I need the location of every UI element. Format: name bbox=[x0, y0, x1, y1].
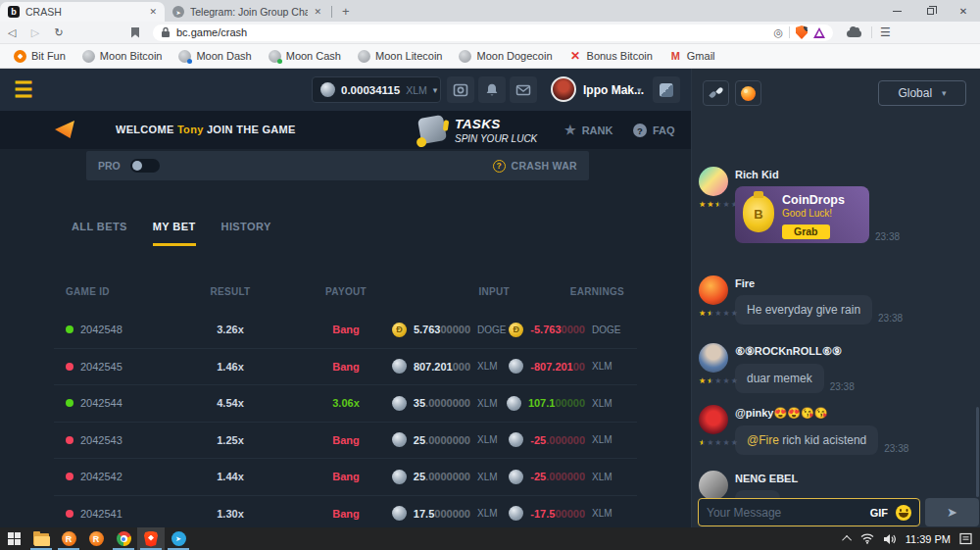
profile-cloud-icon[interactable] bbox=[847, 30, 861, 37]
chat-username[interactable]: Rich Kid bbox=[735, 165, 972, 180]
start-button[interactable] bbox=[0, 527, 27, 550]
grab-button[interactable]: Grab bbox=[782, 225, 830, 239]
address-bar[interactable]: bc.game/crash ◎ 1 bbox=[153, 25, 833, 41]
chat-channel-select[interactable]: Global▾ bbox=[878, 80, 966, 106]
game-id[interactable]: 2042544 bbox=[80, 397, 122, 409]
col-input: INPUT bbox=[402, 286, 510, 297]
game-id[interactable]: 2042545 bbox=[80, 361, 122, 373]
new-tab-button[interactable]: + bbox=[342, 4, 350, 19]
message-input[interactable] bbox=[707, 506, 862, 520]
avatar[interactable] bbox=[699, 167, 728, 196]
input-amount: 5.76300000 bbox=[414, 324, 470, 335]
url-text[interactable]: bc.game/crash bbox=[176, 26, 767, 38]
user-avatar[interactable] bbox=[551, 76, 576, 102]
username[interactable]: Ippo Mak... bbox=[583, 83, 644, 97]
taskbar-app-1[interactable]: R bbox=[55, 527, 82, 550]
messages-button[interactable] bbox=[510, 76, 537, 103]
restore-button[interactable] bbox=[913, 0, 947, 22]
chat-input-box[interactable]: GIF bbox=[698, 498, 920, 526]
forward-button[interactable]: ▷ bbox=[24, 26, 47, 39]
game-id[interactable]: 2042548 bbox=[80, 324, 122, 335]
back-button[interactable]: ◁ bbox=[0, 26, 24, 39]
coin-icon bbox=[392, 359, 407, 374]
chat-username[interactable]: Fire bbox=[735, 274, 972, 289]
game-id[interactable]: 2042541 bbox=[80, 508, 122, 520]
moon-litecoin-icon bbox=[358, 50, 370, 63]
avatar[interactable] bbox=[699, 471, 728, 500]
site-menu-icon[interactable]: ☰ bbox=[14, 79, 33, 101]
browser-titlebar: b CRASH ✕ ➤ Telegram: Join Group Chat ✕ … bbox=[0, 0, 980, 22]
tab-close-icon[interactable]: ✕ bbox=[149, 7, 157, 17]
bookmark-moon-bitcoin[interactable]: Moon Bitcoin bbox=[82, 50, 163, 63]
coindrops-card[interactable]: B CoinDrops Good Luck! Grab bbox=[735, 186, 869, 243]
action-center-icon[interactable] bbox=[959, 532, 972, 545]
star-icon: ★ bbox=[564, 124, 576, 136]
vault-button[interactable] bbox=[447, 76, 474, 103]
browser-tab-crash[interactable]: b CRASH ✕ bbox=[0, 2, 165, 22]
bookmark-gmail[interactable]: MGmail bbox=[669, 50, 715, 63]
input-currency: XLM bbox=[477, 361, 510, 372]
taskbar-app-2[interactable]: R bbox=[82, 527, 110, 550]
chevron-down-icon[interactable]: ▾ bbox=[637, 85, 642, 95]
reload-button[interactable]: ↻ bbox=[47, 26, 71, 39]
shield-extension-icon[interactable]: 1 bbox=[796, 25, 808, 39]
bookmark-icon[interactable] bbox=[131, 27, 139, 38]
bookmark-moon-cash[interactable]: Moon Cash bbox=[269, 50, 341, 63]
chat-username[interactable]: @pinky😍😍😘😘 bbox=[735, 403, 972, 420]
rain-button[interactable] bbox=[703, 80, 729, 106]
crash-war-link[interactable]: ? CRASH WAR bbox=[493, 160, 577, 173]
gif-button[interactable]: GIF bbox=[870, 507, 888, 519]
taskbar-chrome[interactable] bbox=[110, 527, 137, 550]
bookmark-moon-dogecoin[interactable]: Moon Dogecoin bbox=[459, 50, 552, 63]
send-button[interactable]: ➤ bbox=[925, 498, 979, 526]
tab-history[interactable]: HISTORY bbox=[221, 221, 271, 246]
site-settings-icon[interactable]: ◎ bbox=[773, 26, 783, 39]
result-value: 3.26x bbox=[167, 312, 294, 348]
chat-scrollbar[interactable] bbox=[976, 407, 979, 497]
volume-icon[interactable] bbox=[883, 533, 897, 545]
wifi-icon[interactable] bbox=[860, 533, 874, 544]
bookmark-moon-dash[interactable]: Moon Dash bbox=[178, 50, 251, 63]
bookmark-bonus-bitcoin[interactable]: ✕Bonus Bitcoin bbox=[569, 50, 653, 63]
triangle-extension-icon[interactable] bbox=[813, 27, 825, 38]
input-amount: 35.0000000 bbox=[414, 397, 470, 409]
chat-panel-toggle[interactable] bbox=[653, 76, 680, 103]
chat-username[interactable]: ⑥⑨ROCKnROLL⑥⑨ bbox=[735, 341, 972, 358]
input-currency: XLM bbox=[477, 434, 510, 445]
coin-drop-button[interactable] bbox=[735, 80, 761, 106]
rank-button[interactable]: ★RANK bbox=[564, 124, 612, 136]
earnings-amount: -807.20100 bbox=[530, 361, 585, 373]
tray-expand-icon[interactable] bbox=[842, 535, 852, 545]
notifications-button[interactable] bbox=[478, 76, 506, 103]
bookmark-moon-litecoin[interactable]: Moon Litecoin bbox=[358, 50, 443, 63]
tab-all-bets[interactable]: ALL BETS bbox=[72, 221, 127, 246]
game-id[interactable]: 2042543 bbox=[80, 434, 122, 446]
chat-username[interactable]: NENG EBEL bbox=[735, 469, 972, 484]
avatar[interactable] bbox=[699, 405, 728, 434]
bookmark-bit-fun[interactable]: Bit Fun bbox=[14, 50, 66, 63]
browser-tab-telegram[interactable]: ➤ Telegram: Join Group Chat ✕ bbox=[165, 2, 329, 22]
avatar[interactable] bbox=[699, 275, 728, 305]
emoji-button[interactable] bbox=[896, 505, 911, 521]
clock[interactable]: 11:39 PM bbox=[906, 533, 951, 545]
tab-my-bet[interactable]: MY BET bbox=[153, 221, 196, 246]
tab-close-icon[interactable]: ✕ bbox=[314, 7, 321, 17]
faq-button[interactable]: ?FAQ bbox=[633, 124, 675, 137]
browser-menu-icon[interactable]: ☰ bbox=[880, 25, 891, 39]
minimize-button[interactable] bbox=[880, 0, 913, 22]
tasks-icon[interactable] bbox=[417, 115, 447, 144]
avatar[interactable] bbox=[699, 343, 728, 373]
taskbar-telegram[interactable]: ➤ bbox=[165, 527, 192, 550]
pro-toggle[interactable] bbox=[130, 159, 160, 173]
bcgame-favicon: b bbox=[8, 6, 20, 18]
mention[interactable]: @Fire bbox=[747, 433, 779, 447]
close-window-button[interactable]: ✕ bbox=[947, 0, 980, 22]
taskbar-brave[interactable] bbox=[137, 527, 165, 550]
tab-separator bbox=[331, 6, 332, 18]
balance-selector[interactable]: 0.00034115 XLM ▾ bbox=[312, 76, 441, 103]
tasks-block[interactable]: TASKS SPIN YOUR LUCK bbox=[455, 117, 537, 144]
message-bubble: @Fire rich kid acistend bbox=[735, 425, 878, 455]
game-id[interactable]: 2042542 bbox=[80, 471, 122, 482]
game-status-dot bbox=[66, 510, 74, 518]
taskbar-file-explorer[interactable] bbox=[27, 527, 55, 550]
